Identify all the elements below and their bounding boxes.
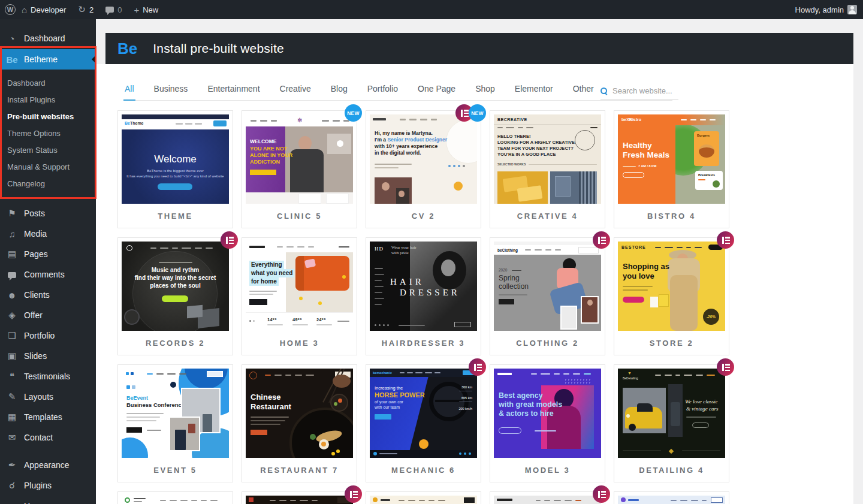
admin-bar-new[interactable]: + New	[128, 0, 164, 19]
decor-bar	[134, 498, 146, 499]
decor-menu-bar	[375, 274, 384, 275]
card-partial-4[interactable]	[490, 491, 605, 504]
decor-circle	[446, 119, 477, 164]
partial-thumbnail	[494, 496, 601, 504]
decor-logo	[497, 499, 512, 501]
decor-bar	[260, 120, 267, 122]
decor-dot	[249, 320, 251, 322]
thumb-line: for home	[249, 277, 279, 286]
card-event-5[interactable]: BeEvent Business Conference	[117, 364, 233, 482]
card-clothing-2[interactable]: beClothing 2020 Spring collection	[490, 237, 605, 355]
sidebar-item-dashboard[interactable]: ◔ Dashboard	[0, 28, 96, 49]
tab-entertainment[interactable]: Entertainment	[206, 80, 261, 100]
admin-bar-site[interactable]: ⌂ Developer	[16, 0, 72, 19]
decor-bar	[381, 499, 390, 501]
sidebar-item-media[interactable]: ♫Media	[0, 224, 96, 244]
tab-portfolio[interactable]: Portfolio	[366, 80, 399, 100]
pages-icon: ▤	[6, 249, 18, 259]
card-cv-2[interactable]: NEW Hi, my name is Martyna. I'm a Senior…	[366, 110, 481, 228]
sidebar-item-slides[interactable]: ▣Slides	[0, 346, 96, 366]
social-icon	[453, 165, 455, 167]
store-thumbnail: BESTORE Shopping as you love	[618, 242, 725, 331]
sidebar-item-betheme[interactable]: Be Betheme	[0, 49, 96, 70]
tab-all[interactable]: All	[123, 80, 135, 101]
sidebar-item-comments[interactable]: Comments	[0, 264, 96, 285]
sidebar-item-contact[interactable]: ✉Contact	[0, 427, 96, 448]
card-mechanic-6[interactable]: bemechanic Increasing the HORSE POWER of…	[366, 364, 481, 482]
comment-icon	[6, 270, 18, 280]
card-store-2[interactable]: BESTORE Shopping as you love	[614, 237, 729, 355]
comments-count: 0	[117, 5, 122, 14]
card-creative-4[interactable]: BECREATIVE HELLO THERE! LOOKING FOR A HI…	[490, 110, 605, 228]
sidebar-item-offer[interactable]: ◈Offer	[0, 305, 96, 325]
tab-business[interactable]: Business	[153, 80, 189, 100]
sidebar-item-layouts[interactable]: ✎Layouts	[0, 387, 96, 407]
decor-button	[692, 422, 709, 428]
main-panel: All Business Entertainment Creative Blog…	[96, 64, 853, 504]
sidebar-item-appearance[interactable]: ✒Appearance	[0, 455, 96, 475]
sidebar-item-portfolio[interactable]: ❏Portfolio	[0, 325, 96, 346]
decor-bar	[459, 391, 472, 391]
sidebar-item-plugins[interactable]: ☌Plugins	[0, 475, 96, 496]
card-theme[interactable]: BeTheme Welcome BeTheme is the biggest t…	[117, 110, 233, 228]
submenu-item-changelog[interactable]: Changelog	[0, 176, 96, 192]
decor-dot	[253, 320, 255, 322]
decor-wheel	[629, 424, 636, 431]
sidebar-item-users[interactable]: ☺Users	[0, 496, 96, 504]
admin-bar-account[interactable]: Howdy, admin	[789, 0, 863, 19]
elementor-badge	[221, 231, 238, 249]
submenu-item-system-status[interactable]: System Status	[0, 142, 96, 159]
tab-elementor[interactable]: Elementor	[514, 80, 554, 100]
tab-blog[interactable]: Blog	[330, 80, 349, 100]
decor-rule	[529, 164, 597, 165]
sidebar-item-templates[interactable]: ▦Templates	[0, 407, 96, 427]
card-partial-2[interactable]	[242, 491, 357, 504]
bistro-thumbnail: beXBistro Healthy Fresh Meals 7 AM / 8 P…	[618, 114, 725, 204]
submenu-item-dashboard[interactable]: Dashboard	[0, 75, 96, 92]
tab-one-page[interactable]: One Page	[417, 80, 457, 100]
card-partial-1[interactable]	[117, 491, 233, 504]
sidebar-item-label: Media	[24, 229, 47, 239]
card-hairdresser-3[interactable]: HD Wear your hair with pride HAIR DRESSE…	[366, 237, 481, 355]
decor-bar	[182, 248, 191, 249]
card-restaurant-7[interactable]: Chinese Restaurant RESTAURANT 7	[242, 364, 357, 482]
thumb-line: Increasing the	[375, 385, 403, 391]
submenu-item-install-plugins[interactable]: Install Plugins	[0, 92, 96, 108]
card-home-3[interactable]: Everything what you need for home 14⁹⁹ 4…	[242, 237, 357, 355]
card-model-3[interactable]: Best agency with great models & actors t…	[490, 364, 605, 482]
search-input[interactable]	[612, 86, 675, 95]
tab-shop[interactable]: Shop	[474, 80, 496, 100]
card-bistro-4[interactable]: beXBistro Healthy Fresh Meals 7 AM / 8 P…	[614, 110, 729, 228]
card-clinic-5[interactable]: NEW ✻ WELCOME YOU	[242, 110, 357, 228]
thumb-stat: 200 km/h	[458, 407, 472, 411]
sidebar-item-testimonials[interactable]: ❝Testimonials	[0, 366, 96, 387]
sidebar-item-posts[interactable]: ⚑Posts	[0, 203, 96, 224]
decor-bar	[677, 247, 683, 248]
submenu-item-theme-options[interactable]: Theme Options	[0, 125, 96, 142]
submenu-item-pre-built-websites[interactable]: Pre-built websites	[0, 108, 96, 125]
wordpress-logo-icon[interactable]: W	[5, 4, 16, 15]
decor-bar	[206, 248, 213, 249]
card-partial-3[interactable]	[366, 491, 481, 504]
card-detailing-4[interactable]: ▼ BeDetailing	[614, 364, 729, 482]
content-area: Be Install pre-built website All Busines…	[96, 19, 863, 504]
thumb-hours: 7 AM / 8 PM	[638, 164, 656, 168]
updates-icon: ↻	[78, 4, 86, 15]
sidebar-item-pages[interactable]: ▤Pages	[0, 244, 96, 264]
card-partial-5[interactable]	[614, 491, 729, 504]
submenu-item-manual-support[interactable]: Manual & Support	[0, 159, 96, 176]
sidebar-item-clients[interactable]: ☻Clients	[0, 285, 96, 305]
decor-dot	[170, 382, 176, 388]
tab-creative[interactable]: Creative	[279, 80, 312, 100]
decor-bar	[249, 291, 277, 292]
thumb-line: with our team	[375, 405, 400, 410]
thumb-big-heading: HAIR	[390, 276, 424, 287]
partial-thumbnail	[370, 496, 477, 504]
thumb-line: places of the soul	[122, 282, 229, 289]
elementor-badge	[717, 358, 734, 376]
admin-bar-comments[interactable]: 0	[99, 0, 128, 19]
admin-bar-updates[interactable]: ↻ 2	[72, 0, 99, 19]
tab-other[interactable]: Other	[572, 80, 595, 100]
card-records-2[interactable]: Music and rythm find their way into the …	[117, 237, 233, 355]
decor-bar	[251, 420, 285, 421]
